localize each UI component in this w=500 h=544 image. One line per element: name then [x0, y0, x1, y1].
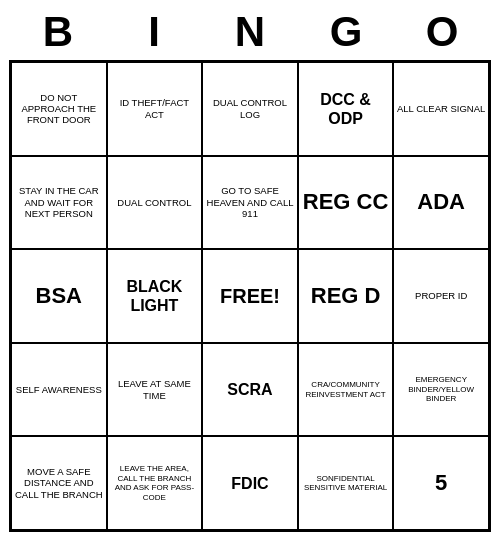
cell-r0-c2: DUAL CONTROL LOG: [202, 62, 298, 156]
cell-r3-c3: CRA/COMMUNITY REINVESTMENT ACT: [298, 343, 394, 437]
cell-r0-c0: DO NOT APPROACH THE FRONT DOOR: [11, 62, 107, 156]
cell-r1-c1: DUAL CONTROL: [107, 156, 203, 250]
bingo-letter-i: I: [114, 8, 194, 56]
bingo-grid: DO NOT APPROACH THE FRONT DOORID THEFT/F…: [9, 60, 491, 532]
cell-r2-c0: BSA: [11, 249, 107, 343]
cell-r4-c2: FDIC: [202, 436, 298, 530]
cell-r1-c3: REG CC: [298, 156, 394, 250]
cell-r4-c0: MOVE A SAFE DISTANCE AND CALL THE BRANCH: [11, 436, 107, 530]
cell-r4-c1: LEAVE THE AREA, CALL THE BRANCH AND ASK …: [107, 436, 203, 530]
cell-r2-c2: FREE!: [202, 249, 298, 343]
bingo-letter-o: O: [402, 8, 482, 56]
cell-r2-c1: BLACK LIGHT: [107, 249, 203, 343]
cell-r1-c0: STAY IN THE CAR AND WAIT FOR NEXT PERSON: [11, 156, 107, 250]
cell-r4-c3: SONFIDENTIAL SENSITIVE MATERIAL: [298, 436, 394, 530]
bingo-letter-g: G: [306, 8, 386, 56]
cell-r3-c0: SELF AWARENESS: [11, 343, 107, 437]
cell-r4-c4: 5: [393, 436, 489, 530]
cell-r1-c4: ADA: [393, 156, 489, 250]
cell-r0-c4: ALL CLEAR SIGNAL: [393, 62, 489, 156]
cell-r3-c2: SCRA: [202, 343, 298, 437]
cell-r0-c3: DCC & ODP: [298, 62, 394, 156]
cell-r0-c1: ID THEFT/FACT ACT: [107, 62, 203, 156]
cell-r3-c1: LEAVE AT SAME TIME: [107, 343, 203, 437]
bingo-title-row: BINGO: [10, 8, 490, 56]
cell-r3-c4: EMERGENCY BINDER/YELLOW BINDER: [393, 343, 489, 437]
cell-r2-c3: REG D: [298, 249, 394, 343]
bingo-letter-b: B: [18, 8, 98, 56]
cell-r2-c4: PROPER ID: [393, 249, 489, 343]
cell-r1-c2: GO TO SAFE HEAVEN AND CALL 911: [202, 156, 298, 250]
bingo-letter-n: N: [210, 8, 290, 56]
